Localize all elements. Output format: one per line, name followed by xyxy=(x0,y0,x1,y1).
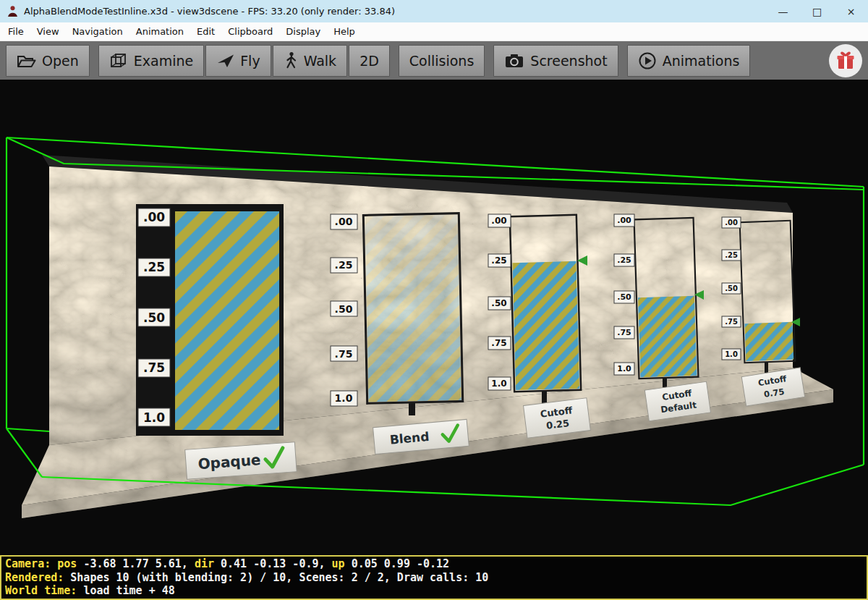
donate-gift-button[interactable] xyxy=(829,44,862,77)
fly-label: Fly xyxy=(240,53,260,69)
play-circle-icon xyxy=(638,51,657,70)
examine-button[interactable]: Examine xyxy=(98,45,204,77)
status-camera-line: Camera: pos -3.68 1.77 5.61, dir 0.41 -0… xyxy=(5,557,863,571)
svg-text:1.0: 1.0 xyxy=(143,410,165,425)
maximize-button[interactable]: □ xyxy=(800,0,834,22)
toolbar-group-screenshot: Screenshot xyxy=(493,45,618,77)
fly-button[interactable]: Fly xyxy=(205,45,271,77)
2d-label: 2D xyxy=(359,53,379,69)
stripes-cutoff-075 xyxy=(745,322,794,361)
screenshot-button[interactable]: Screenshot xyxy=(493,45,618,77)
open-folder-icon xyxy=(17,52,36,69)
menu-view[interactable]: View xyxy=(30,23,66,40)
fly-icon xyxy=(216,52,234,69)
stripes-cutoff-025 xyxy=(513,261,580,390)
examine-label: Examine xyxy=(134,53,193,69)
gift-icon xyxy=(835,50,856,72)
menu-navigation[interactable]: Navigation xyxy=(66,23,129,40)
walk-button[interactable]: Walk xyxy=(273,45,348,77)
menu-file[interactable]: File xyxy=(1,23,30,40)
minimize-button[interactable]: — xyxy=(766,0,800,22)
camera-icon xyxy=(504,52,524,69)
app-icon xyxy=(7,5,19,17)
svg-text:.50: .50 xyxy=(725,284,738,292)
animations-label: Animations xyxy=(663,53,740,69)
toolbar: Open Examine Fly xyxy=(0,41,868,80)
menu-help[interactable]: Help xyxy=(327,23,362,40)
collisions-label: Collisions xyxy=(409,53,474,69)
svg-text:.50: .50 xyxy=(143,310,165,325)
svg-text:.25: .25 xyxy=(335,259,353,271)
svg-text:.50: .50 xyxy=(335,303,353,315)
menu-clipboard[interactable]: Clipboard xyxy=(221,23,279,40)
animations-button[interactable]: Animations xyxy=(627,45,751,77)
walk-label: Walk xyxy=(304,53,337,69)
scene-render: .00 .25 .50 .75 1.0 .00 .25 xyxy=(0,80,868,555)
cube-icon xyxy=(109,52,128,69)
svg-text:.75: .75 xyxy=(725,318,738,326)
svg-text:1.0: 1.0 xyxy=(335,392,353,404)
svg-text:.00: .00 xyxy=(335,216,353,227)
toolbar-group-animations: Animations xyxy=(627,45,751,77)
svg-text:.75: .75 xyxy=(617,328,631,337)
svg-text:1.0: 1.0 xyxy=(725,350,738,358)
svg-text:.75: .75 xyxy=(335,348,353,360)
stripes-cutoff-default xyxy=(638,296,697,377)
window-title: AlphaBlendModeTestInline.x3d - view3dsce… xyxy=(24,6,395,17)
open-label: Open xyxy=(42,53,79,69)
svg-text:.50: .50 xyxy=(617,292,631,302)
svg-text:.00: .00 xyxy=(491,216,506,226)
window-controls: — □ × xyxy=(766,0,868,22)
svg-text:.25: .25 xyxy=(143,260,165,274)
menu-bar: File View Navigation Animation Edit Clip… xyxy=(0,22,868,41)
svg-text:.50: .50 xyxy=(491,298,506,308)
svg-text:.75: .75 xyxy=(491,338,506,348)
stripes-opaque xyxy=(175,211,279,430)
status-rendered-line: Rendered: Shapes 10 (with blending: 2) /… xyxy=(5,571,863,585)
panel-opaque: .00 .25 .50 .75 1.0 xyxy=(136,204,284,436)
title-bar: AlphaBlendModeTestInline.x3d - view3dsce… xyxy=(0,0,868,22)
svg-text:1.0: 1.0 xyxy=(617,364,631,373)
svg-text:.00: .00 xyxy=(617,216,631,225)
open-button[interactable]: Open xyxy=(6,45,90,77)
screenshot-label: Screenshot xyxy=(530,53,607,69)
3d-viewport[interactable]: .00 .25 .50 .75 1.0 .00 .25 xyxy=(0,80,868,555)
stripes-blend xyxy=(365,215,461,402)
2d-button[interactable]: 2D xyxy=(349,45,390,77)
svg-text:.00: .00 xyxy=(143,210,165,224)
status-bar: Camera: pos -3.68 1.77 5.61, dir 0.41 -0… xyxy=(0,555,868,600)
status-world-time-line: World time: load time + 48 xyxy=(5,584,863,598)
svg-text:1.0: 1.0 xyxy=(491,379,506,389)
close-button[interactable]: × xyxy=(834,0,868,22)
svg-text:.75: .75 xyxy=(143,360,165,375)
svg-text:.25: .25 xyxy=(491,255,506,266)
svg-text:.00: .00 xyxy=(725,219,738,227)
toolbar-group-navigation: Examine Fly Walk 2D xyxy=(98,45,390,77)
menu-edit[interactable]: Edit xyxy=(190,23,221,40)
walk-person-icon xyxy=(284,51,298,69)
svg-text:.25: .25 xyxy=(725,251,738,259)
svg-text:.25: .25 xyxy=(617,255,631,265)
toolbar-group-open: Open xyxy=(6,45,90,77)
menu-display[interactable]: Display xyxy=(279,23,327,40)
collisions-button[interactable]: Collisions xyxy=(399,45,485,77)
menu-animation[interactable]: Animation xyxy=(129,23,190,40)
toolbar-group-collisions: Collisions xyxy=(399,45,485,77)
